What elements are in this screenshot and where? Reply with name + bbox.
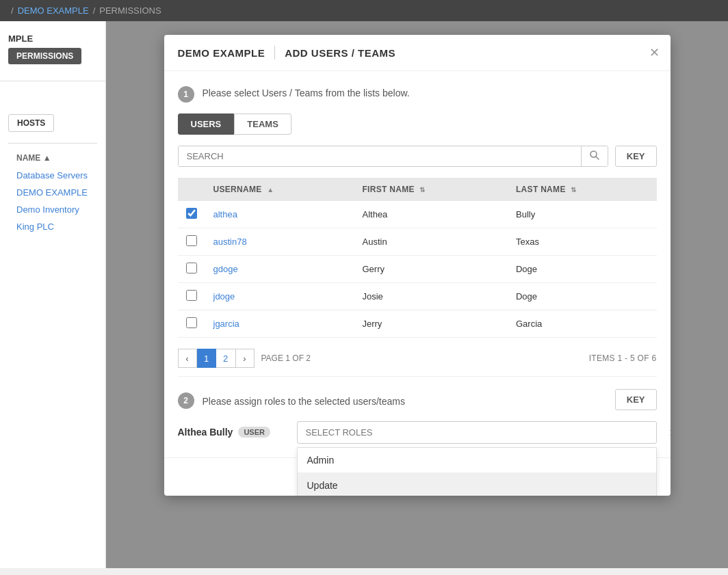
th-username[interactable]: USERNAME ▲	[205, 178, 354, 201]
step1-text: Please select Users / Teams from the lis…	[203, 85, 410, 98]
page-1-button[interactable]: 1	[197, 349, 216, 368]
modal-header-divider	[274, 46, 275, 59]
username-link-althea[interactable]: althea	[213, 209, 237, 219]
th-firstname[interactable]: FIRST NAME ⇅	[354, 178, 508, 201]
firstname-cell: Althea	[354, 201, 508, 228]
page-next-button[interactable]: ›	[235, 349, 255, 368]
tab-users[interactable]: USERS	[178, 113, 235, 135]
username-link-austin78[interactable]: austin78	[213, 237, 247, 247]
sidebar-link-1[interactable]: DEMO EXAMPLE	[8, 184, 97, 201]
role-dropdown: Admin Update Ad Hoc Use Read	[297, 447, 657, 496]
page-controls: ‹ 1 2 ›	[178, 349, 255, 368]
breadcrumb-home[interactable]: /	[11, 5, 14, 16]
lastname-cell: Texas	[508, 228, 657, 256]
lastname-sort-icon: ⇅	[571, 186, 576, 193]
sidebar-hosts-btn[interactable]: HOSTS	[8, 114, 54, 132]
row-checkbox-gdoge[interactable]	[186, 263, 197, 273]
page-prev-button[interactable]: ‹	[178, 349, 197, 368]
step1-key-button[interactable]: KEY	[615, 146, 657, 167]
role-option-update[interactable]: Update	[298, 473, 656, 496]
table-row: altheaAltheaBully	[178, 201, 657, 228]
search-wrapper	[178, 146, 608, 167]
tab-teams[interactable]: TEAMS	[234, 113, 291, 135]
firstname-cell: Austin	[354, 228, 508, 256]
modal-header: DEMO EXAMPLE ADD USERS / TEAMS ✕	[164, 35, 671, 71]
role-select-input[interactable]	[297, 421, 657, 444]
lastname-cell: Garcia	[508, 310, 657, 338]
step2-header: 2 Please assign roles to the selected us…	[178, 389, 657, 410]
users-table: USERNAME ▲ FIRST NAME ⇅ LAST NAME ⇅	[178, 178, 657, 338]
step2-text: Please assign roles to the selected user…	[203, 393, 406, 407]
modal-action-title: ADD USERS / TEAMS	[285, 47, 395, 59]
username-link-gdoge[interactable]: gdoge	[213, 264, 238, 274]
sidebar-link-3[interactable]: King PLC	[8, 218, 97, 235]
table-row: gdogeGerryDoge	[178, 256, 657, 283]
sidebar-permissions-btn[interactable]: PERMISSIONS	[8, 48, 81, 64]
user-type-badge: USER	[238, 427, 270, 438]
th-checkbox	[178, 178, 205, 201]
firstname-cell: Jerry	[354, 310, 508, 338]
row-checkbox-althea[interactable]	[186, 208, 197, 219]
items-info: ITEMS 1 - 5 OF 6	[589, 353, 657, 363]
row-checkbox-jgarcia[interactable]	[186, 317, 197, 328]
step1-number: 1	[178, 86, 194, 103]
breadcrumb: / DEMO EXAMPLE / PERMISSIONS	[0, 0, 728, 21]
step2-key-button[interactable]: KEY	[615, 389, 657, 410]
lastname-cell: Bully	[508, 201, 657, 228]
modal-org-name: DEMO EXAMPLE	[178, 47, 265, 59]
th-lastname[interactable]: LAST NAME ⇅	[508, 178, 657, 201]
breadcrumb-sep: /	[93, 5, 96, 16]
sidebar-org-title: MPLE	[8, 34, 97, 44]
sidebar-link-2[interactable]: Demo Inventory	[8, 201, 97, 218]
main-area: DEMO EXAMPLE ADD USERS / TEAMS ✕ 1 Pleas…	[106, 21, 728, 568]
firstname-cell: Gerry	[354, 256, 508, 283]
page-2-button[interactable]: 2	[216, 349, 235, 368]
add-users-modal: DEMO EXAMPLE ADD USERS / TEAMS ✕ 1 Pleas…	[164, 35, 671, 496]
step2-section: 2 Please assign roles to the selected us…	[178, 376, 657, 444]
search-row: KEY	[178, 146, 657, 167]
pagination-row: ‹ 1 2 › PAGE 1 OF 2 ITEMS 1 - 5 OF 6	[178, 346, 657, 371]
background-page: / DEMO EXAMPLE / PERMISSIONS MPLE PERMIS…	[0, 0, 728, 575]
lastname-cell: Doge	[508, 283, 657, 310]
user-name-badge: Althea Bully USER	[178, 421, 287, 438]
username-sort-icon: ▲	[267, 186, 274, 193]
role-clear-button[interactable]: ✕	[668, 426, 671, 439]
step1-header: 1 Please select Users / Teams from the l…	[178, 85, 657, 103]
role-option-admin[interactable]: Admin	[298, 448, 656, 473]
username-link-jgarcia[interactable]: jgarcia	[213, 319, 239, 329]
row-checkbox-austin78[interactable]	[186, 235, 197, 246]
user-role-row: Althea Bully USER Admin Update Ad Hoc	[178, 421, 657, 444]
row-checkbox-jdoge[interactable]	[186, 290, 197, 301]
table-row: jdogeJosieDoge	[178, 283, 657, 310]
svg-line-1	[596, 157, 599, 159]
firstname-cell: Josie	[354, 283, 508, 310]
step2-number: 2	[178, 392, 194, 409]
search-button[interactable]	[581, 146, 608, 166]
page-label: PAGE 1 OF 2	[261, 353, 311, 363]
selected-user-name: Althea Bully	[178, 427, 233, 438]
sidebar-name-label: NAME ▲	[8, 149, 97, 167]
role-select-wrapper: Admin Update Ad Hoc Use Read ✕	[297, 421, 657, 444]
lastname-cell: Doge	[508, 256, 657, 283]
step2-left: 2 Please assign roles to the selected us…	[178, 391, 406, 409]
sidebar-link-0[interactable]: Database Servers	[8, 167, 97, 184]
firstname-sort-icon: ⇅	[419, 186, 425, 193]
user-teams-tab-group: USERS TEAMS	[178, 113, 657, 135]
username-link-jdoge[interactable]: jdoge	[213, 291, 235, 302]
modal-close-button[interactable]: ✕	[649, 46, 660, 59]
table-row: jgarciaJerryGarcia	[178, 310, 657, 338]
breadcrumb-page: PERMISSIONS	[99, 5, 161, 16]
search-input[interactable]	[179, 146, 581, 166]
breadcrumb-org[interactable]: DEMO EXAMPLE	[18, 5, 89, 16]
modal-body: 1 Please select Users / Teams from the l…	[164, 71, 671, 457]
table-row: austin78AustinTexas	[178, 228, 657, 256]
sidebar: MPLE PERMISSIONS HOSTS NAME ▲ Database S…	[0, 21, 106, 568]
